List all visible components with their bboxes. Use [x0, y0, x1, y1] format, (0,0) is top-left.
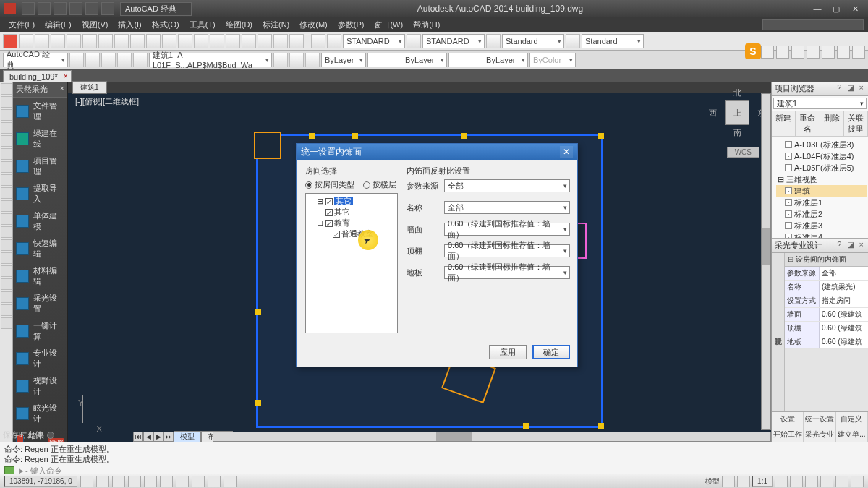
close-button[interactable]: ✕ — [846, 2, 864, 15]
h-scrollbar[interactable] — [213, 432, 771, 442]
v-scrollbar[interactable] — [761, 93, 771, 430]
text-style-combo[interactable]: STANDARD — [343, 34, 405, 48]
toolbar-btn[interactable] — [67, 34, 81, 48]
prop-value[interactable]: (建筑采光) — [820, 281, 868, 294]
close-icon[interactable]: × — [64, 72, 68, 80]
tool-icon[interactable] — [1, 83, 12, 95]
toolbar-btn[interactable] — [258, 34, 272, 48]
minimize-button[interactable]: — — [809, 2, 826, 15]
toolbar-btn[interactable] — [566, 34, 580, 48]
ime-icon[interactable] — [761, 46, 774, 59]
view-cube[interactable]: 北 南 西 东 上 — [712, 87, 762, 138]
sidebar-item[interactable]: 文件管理 — [13, 98, 67, 125]
ok-button[interactable]: 确定 — [532, 345, 570, 359]
tab-nav-first[interactable]: ⏮ — [133, 432, 143, 442]
sidebar-item[interactable]: 专业设计 — [13, 345, 67, 372]
status-icon[interactable] — [790, 476, 803, 487]
color-combo[interactable]: ByLayer — [321, 53, 366, 67]
toolbar-btn[interactable] — [273, 53, 288, 67]
menu-view[interactable]: 视图(V) — [77, 18, 113, 32]
qat-print-icon[interactable] — [101, 2, 114, 15]
btn-unified[interactable]: 统一设置 — [804, 412, 835, 427]
dim-style-combo[interactable]: STANDARD — [422, 34, 485, 48]
qat-redo-icon[interactable] — [85, 2, 98, 15]
name-combo[interactable]: 全部 — [444, 201, 570, 214]
tool-icon[interactable] — [1, 122, 12, 134]
panel-controls[interactable]: ? ◪ × — [837, 83, 865, 94]
layout-tab-model[interactable]: 模型 — [174, 431, 201, 442]
tool-icon[interactable] — [1, 200, 12, 212]
project-tree[interactable]: -A-L03F(标准层3) -A-L04F(标准层4) -A-L05F(标准层5… — [772, 137, 868, 238]
grid-toggle[interactable] — [96, 476, 109, 487]
ime-icon[interactable] — [837, 46, 850, 59]
sidebar-item[interactable]: 采光设置 — [13, 290, 67, 317]
floor-combo[interactable]: 0.60（绿建到国标推荐值：墙面） — [444, 266, 570, 279]
sidebar-item[interactable]: 快速编辑 — [13, 235, 67, 262]
ime-icon[interactable] — [791, 46, 804, 59]
file-tab[interactable]: building_109*× — [3, 70, 72, 82]
ime-icon[interactable] — [822, 46, 835, 59]
menu-dimension[interactable]: 标注(N) — [258, 18, 294, 32]
tool-icon[interactable] — [1, 252, 12, 264]
toolbar-btn[interactable] — [226, 34, 240, 48]
tool-icon[interactable] — [1, 304, 12, 316]
toolbar-btn[interactable] — [273, 34, 288, 48]
status-icon[interactable] — [722, 476, 735, 487]
sidebar-item[interactable]: 提取导入 — [13, 180, 67, 207]
tool-icon[interactable] — [1, 187, 12, 199]
close-icon[interactable]: ✕ — [560, 146, 573, 158]
status-model[interactable]: 模型 — [705, 476, 720, 487]
qat-open-icon[interactable] — [38, 2, 51, 15]
tab-nav-next[interactable]: ▶ — [153, 432, 163, 442]
tool-icon[interactable] — [1, 278, 12, 290]
menu-draw[interactable]: 绘图(D) — [221, 18, 257, 32]
wcs-label[interactable]: WCS — [727, 147, 760, 158]
tool-icon[interactable] — [1, 291, 12, 303]
tab-nav-prev[interactable]: ◀ — [143, 432, 153, 442]
btn-rename[interactable]: 重命名 — [796, 111, 820, 136]
footer-tab[interactable]: 建立单... — [836, 427, 868, 442]
tool-icon[interactable] — [1, 96, 12, 108]
toolbar-btn[interactable] — [117, 53, 132, 67]
btn-settings[interactable]: 设置 — [772, 412, 804, 427]
project-browser-header[interactable]: 项目浏览器? ◪ × — [772, 82, 868, 96]
tool-icon[interactable] — [1, 239, 12, 251]
footer-tab[interactable]: 开始工作 — [772, 427, 804, 442]
sidebar-item[interactable]: 眩光设计 — [13, 400, 67, 427]
tool-icon[interactable] — [1, 213, 12, 225]
status-icon[interactable] — [820, 476, 833, 487]
checkbox[interactable] — [326, 220, 333, 227]
prop-value[interactable]: 0.60 (绿建筑 — [820, 308, 868, 321]
menu-file[interactable]: 文件(F) — [4, 18, 39, 32]
layer-combo[interactable]: 建筑1_A-L01F_S...ALP$Md$Bud_Wa — [149, 53, 272, 67]
menu-insert[interactable]: 插入(I) — [114, 18, 145, 32]
toolbar-btn[interactable] — [242, 34, 256, 48]
qat-save-icon[interactable] — [54, 2, 67, 15]
linetype-combo[interactable]: ———— ByLayer — [367, 53, 447, 67]
tool-icon[interactable] — [1, 265, 12, 277]
toolbar-btn[interactable] — [130, 34, 145, 48]
toolbar-btn[interactable] — [289, 53, 304, 67]
toolbar-btn[interactable] — [194, 34, 208, 48]
status-icon[interactable] — [775, 476, 788, 487]
coord-display[interactable]: 103891, -719186, 0 — [4, 476, 77, 487]
otrack-toggle[interactable] — [160, 476, 173, 487]
tool-icon[interactable] — [1, 317, 12, 329]
btn-delete[interactable]: 删除 — [820, 111, 844, 136]
qat-new-icon[interactable] — [22, 2, 35, 15]
status-icon[interactable] — [737, 476, 750, 487]
menu-modify[interactable]: 修改(M) — [295, 18, 332, 32]
command-line[interactable]: 命令: Regen 正在重生成模型。 命令: Regen 正在重生成模型。 ►-… — [0, 442, 868, 474]
status-icon[interactable] — [851, 476, 864, 487]
cube-top-face[interactable]: 上 — [725, 100, 749, 125]
room-type-tree[interactable]: ⊟ 其它 其它 ⊟ 教育 普通教室 ➤ — [305, 193, 398, 333]
workspace-selector[interactable]: AutoCAD 经典 — [120, 2, 192, 16]
snap-toggle[interactable] — [80, 476, 93, 487]
checkbox[interactable] — [326, 198, 333, 205]
ime-icon[interactable] — [807, 46, 820, 59]
dyn-toggle[interactable] — [176, 476, 189, 487]
toolbar-btn[interactable] — [311, 34, 326, 48]
lineweight-combo[interactable]: ———— ByLayer — [448, 53, 528, 67]
toolbar-btn[interactable] — [289, 34, 304, 48]
menu-param[interactable]: 参数(P) — [333, 18, 369, 32]
